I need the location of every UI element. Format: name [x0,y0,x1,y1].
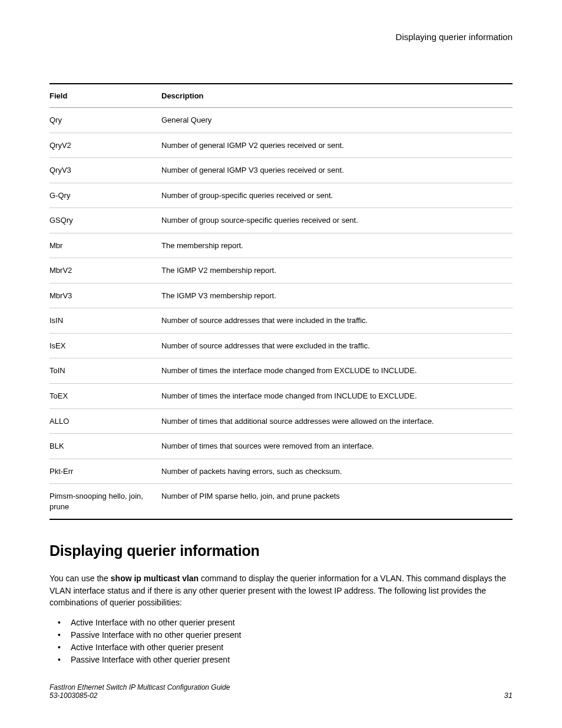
cell-field: ALLO [49,409,161,434]
cell-field: MbrV2 [49,258,161,284]
cell-description: The membership report. [161,233,513,258]
cell-description: Number of general IGMP V2 queries receiv… [161,133,513,158]
para-pre: You can use the [49,574,111,583]
list-item: Passive Interface with no other querier … [54,629,513,641]
table-row: MbrV2The IGMP V2 membership report. [49,258,513,284]
table-row: GSQryNumber of group source-specific que… [49,208,513,233]
cell-field: ToIN [49,358,161,384]
table-row: IsINNumber of source addresses that were… [49,308,513,334]
table-row: ToEXNumber of times the interface mode c… [49,384,513,409]
cell-description: Number of times that sources were remove… [161,434,513,459]
cell-field: QryV2 [49,133,161,158]
cell-description: Number of times the interface mode chang… [161,384,513,409]
cell-field: MbrV3 [49,283,161,308]
cell-field: IsIN [49,308,161,334]
section-title: Displaying querier information [49,542,513,559]
table-row: MbrThe membership report. [49,233,513,258]
table-row: ALLONumber of times that additional sour… [49,409,513,434]
bullet-list: Active Interface with no other querier p… [49,617,513,666]
cell-description: Number of PIM sparse hello, join, and pr… [161,484,513,520]
table-row: MbrV3The IGMP V3 membership report. [49,283,513,308]
page: Displaying querier information Field Des… [0,0,562,728]
table-row: Pkt-ErrNumber of packets having errors, … [49,459,513,484]
cell-description: Number of group source-specific queries … [161,208,513,233]
command-name: show ip multicast vlan [111,574,199,583]
running-header: Displaying querier information [49,32,513,42]
list-item: Active Interface with no other querier p… [54,617,513,629]
section-paragraph: You can use the show ip multicast vlan c… [49,572,513,608]
cell-field: Pkt-Err [49,459,161,484]
list-item: Passive Interface with other querier pre… [54,654,513,666]
list-item: Active Interface with other querier pres… [54,641,513,654]
th-field: Field [49,84,161,108]
table-header-row: Field Description [49,84,513,108]
cell-description: Number of source addresses that were inc… [161,308,513,334]
table-row: QryV2Number of general IGMP V2 queries r… [49,133,513,158]
cell-field: GSQry [49,208,161,233]
cell-field: Mbr [49,233,161,258]
table-row: G-QryNumber of group-specific queries re… [49,183,513,208]
table-row: QryGeneral Query [49,108,513,133]
cell-description: Number of group-specific queries receive… [161,183,513,208]
field-description-table: Field Description QryGeneral QueryQryV2N… [49,83,513,520]
cell-description: Number of source addresses that were exc… [161,333,513,358]
table-row: ToINNumber of times the interface mode c… [49,358,513,384]
cell-field: BLK [49,434,161,459]
footer-left: FastIron Ethernet Switch IP Multicast Co… [49,683,230,700]
cell-description: Number of times that additional source a… [161,409,513,434]
table-row: BLKNumber of times that sources were rem… [49,434,513,459]
footer-page-number: 31 [504,691,513,700]
table-row: QryV3Number of general IGMP V3 queries r… [49,158,513,183]
cell-description: Number of packets having errors, such as… [161,459,513,484]
cell-field: ToEX [49,384,161,409]
footer-doc-number: 53-1003085-02 [49,691,230,700]
cell-description: The IGMP V2 membership report. [161,258,513,284]
cell-field: QryV3 [49,158,161,183]
page-footer: FastIron Ethernet Switch IP Multicast Co… [49,683,513,700]
cell-field: Qry [49,108,161,133]
cell-description: General Query [161,108,513,133]
cell-description: Number of times the interface mode chang… [161,358,513,384]
cell-field: G-Qry [49,183,161,208]
cell-field: IsEX [49,333,161,358]
table-row: Pimsm-snooping hello, join, pruneNumber … [49,484,513,520]
th-description: Description [161,84,513,108]
cell-description: The IGMP V3 membership report. [161,283,513,308]
table-row: IsEXNumber of source addresses that were… [49,333,513,358]
cell-description: Number of general IGMP V3 queries receiv… [161,158,513,183]
footer-doc-title: FastIron Ethernet Switch IP Multicast Co… [49,683,230,691]
cell-field: Pimsm-snooping hello, join, prune [49,484,161,520]
